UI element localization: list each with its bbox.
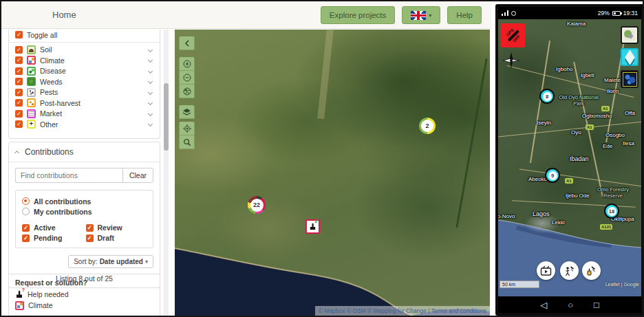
category-row-weeds[interactable]: ✓ Weeds xyxy=(9,76,160,87)
help-needed-marker[interactable]: ✓ xyxy=(305,219,320,234)
search-input[interactable] xyxy=(15,168,122,183)
sort-value: Date updated xyxy=(100,258,143,265)
locate-button[interactable] xyxy=(179,122,195,135)
map-canvas[interactable]: 2 22 ✓ © Mapbox © OSM © Mapping for Chan… xyxy=(175,30,490,316)
other-icon: + xyxy=(27,120,36,129)
media-capture-button[interactable] xyxy=(537,261,555,280)
report-observation-button[interactable] xyxy=(582,261,601,280)
satellite-layer-button[interactable] xyxy=(621,70,638,88)
filter-active[interactable]: ✓ Active xyxy=(22,223,83,232)
category-row-pests[interactable]: ✓ Pests xyxy=(9,87,160,98)
scale-bar: 50 km xyxy=(500,281,539,288)
help-needed-label: Help needed xyxy=(28,290,69,298)
explore-projects-button[interactable]: Explore projects xyxy=(321,6,395,24)
filter-draft[interactable]: ✓ Draft xyxy=(86,234,147,242)
radio-my-contributions[interactable]: My contributions xyxy=(22,206,147,217)
phone-cluster-marker-8[interactable]: 8 xyxy=(539,89,555,104)
map-controls-collapse xyxy=(179,36,195,50)
place-label: Igboho xyxy=(556,66,572,72)
chevron-down-icon[interactable] xyxy=(148,79,153,84)
tv-icon xyxy=(540,265,552,276)
place-label: Igbeti xyxy=(581,72,594,78)
street-map-layer-button[interactable] xyxy=(621,26,638,44)
cluster-count: 18 xyxy=(608,207,616,216)
filter-checkbox[interactable]: ✓ xyxy=(22,224,30,232)
filter-checkbox[interactable]: ✓ xyxy=(86,234,94,242)
track-location-button[interactable] xyxy=(560,261,579,280)
chevron-down-icon[interactable] xyxy=(148,47,153,52)
language-dropdown[interactable]: ▾ xyxy=(402,6,440,24)
collapse-sidebar-button[interactable] xyxy=(179,36,195,50)
chevron-down-icon[interactable] xyxy=(148,69,153,74)
category-row-market[interactable]: ✓ Market xyxy=(9,109,160,120)
phone-cluster-marker-18[interactable]: 18 xyxy=(604,204,619,219)
header: Home Explore projects ▾ Help xyxy=(1,1,491,29)
category-checkbox[interactable]: ✓ xyxy=(15,78,23,85)
search-map-button[interactable] xyxy=(179,135,195,149)
android-back-icon[interactable]: ◁ xyxy=(540,300,547,310)
category-checkbox[interactable]: ✓ xyxy=(15,67,23,75)
help-button[interactable]: Help xyxy=(447,6,482,24)
category-checkbox[interactable]: ✓ xyxy=(15,46,23,54)
sidebar-scrollbar[interactable] xyxy=(164,30,169,316)
contributions-header[interactable]: Contributions xyxy=(9,142,160,162)
radio-all-contributions[interactable]: All contributions xyxy=(22,196,147,206)
place-label: Lekki xyxy=(552,219,565,226)
filter-checkbox[interactable]: ✓ xyxy=(86,224,94,232)
phone-map-canvas[interactable]: Kaiama Igboho Igbeti Malete Ilorin Old O… xyxy=(498,19,641,296)
gps-off-button[interactable]: GPS OFF xyxy=(501,23,525,47)
category-row-climate[interactable]: ✓ Climate xyxy=(9,55,160,66)
zoom-in-button[interactable] xyxy=(179,57,195,71)
chevron-down-icon[interactable] xyxy=(148,111,153,116)
category-row-other[interactable]: ✓ + Other xyxy=(9,119,160,130)
phone-status-bar: 29% 19:31 xyxy=(498,7,641,19)
chevron-down-icon[interactable] xyxy=(148,90,153,95)
uk-flag-icon xyxy=(411,11,426,20)
place-label: Offa xyxy=(625,110,635,116)
place-label: Osogbo xyxy=(605,132,625,138)
clear-button[interactable]: Clear xyxy=(122,168,153,183)
globe-button[interactable] xyxy=(179,84,195,98)
category-row-soil[interactable]: ✓ Soil xyxy=(9,45,160,56)
phone-cluster-marker-9[interactable]: 9 xyxy=(545,168,560,183)
chevron-down-icon[interactable] xyxy=(148,58,153,63)
cluster-marker-22[interactable]: 22 xyxy=(248,196,266,214)
cluster-count: 2 xyxy=(421,120,433,132)
active-layer-button[interactable] xyxy=(621,48,638,66)
weeds-icon xyxy=(27,77,36,86)
category-checkbox[interactable]: ✓ xyxy=(15,56,23,64)
category-checkbox[interactable]: ✓ xyxy=(15,110,23,118)
android-recents-icon[interactable]: □ xyxy=(594,300,599,310)
toggle-all-checkbox[interactable]: ✓ xyxy=(15,31,23,39)
zoom-out-button[interactable] xyxy=(179,70,195,85)
category-row-disease[interactable]: ✓ Disease xyxy=(9,66,160,77)
ocean xyxy=(175,30,490,316)
category-checkbox[interactable]: ✓ xyxy=(15,89,23,96)
radio-button[interactable] xyxy=(22,208,30,215)
category-row-post-harvest[interactable]: ✓ Post-harvest xyxy=(9,98,160,109)
soil-icon xyxy=(27,45,36,54)
chevron-down-icon[interactable] xyxy=(148,100,153,105)
layers-button[interactable] xyxy=(179,105,195,119)
filter-review[interactable]: ✓ Review xyxy=(86,223,147,232)
place-label: Lagos xyxy=(533,210,550,217)
category-checkbox[interactable]: ✓ xyxy=(15,99,23,107)
chevron-down-icon[interactable] xyxy=(148,122,153,127)
filter-pending[interactable]: ✓ Pending xyxy=(22,234,83,242)
contributions-title: Contributions xyxy=(25,147,74,157)
map-attribution[interactable]: © Mapbox © OSM © Mapping for Change | Te… xyxy=(315,306,490,316)
radio-button[interactable] xyxy=(22,197,30,205)
road-shield: A1 xyxy=(565,178,573,184)
sort-by-dropdown[interactable]: Sort by: Date updated ▾ xyxy=(68,255,153,268)
android-home-icon[interactable]: ○ xyxy=(568,300,573,310)
map-search-icon xyxy=(624,30,635,41)
category-checkbox[interactable]: ✓ xyxy=(15,120,23,128)
cluster-marker-2[interactable]: 2 xyxy=(419,118,436,134)
phone-screenshot: 29% 19:31 xyxy=(495,4,644,316)
filter-checkbox[interactable]: ✓ xyxy=(22,234,30,242)
scrollbar-thumb[interactable] xyxy=(164,83,169,151)
help-needed-row: ? Help needed xyxy=(15,289,153,300)
category-climate-row: Climate xyxy=(15,300,153,311)
park-label: Old Oyo National Park xyxy=(559,95,599,107)
toggle-all-row[interactable]: ✓ Toggle all xyxy=(9,30,160,41)
